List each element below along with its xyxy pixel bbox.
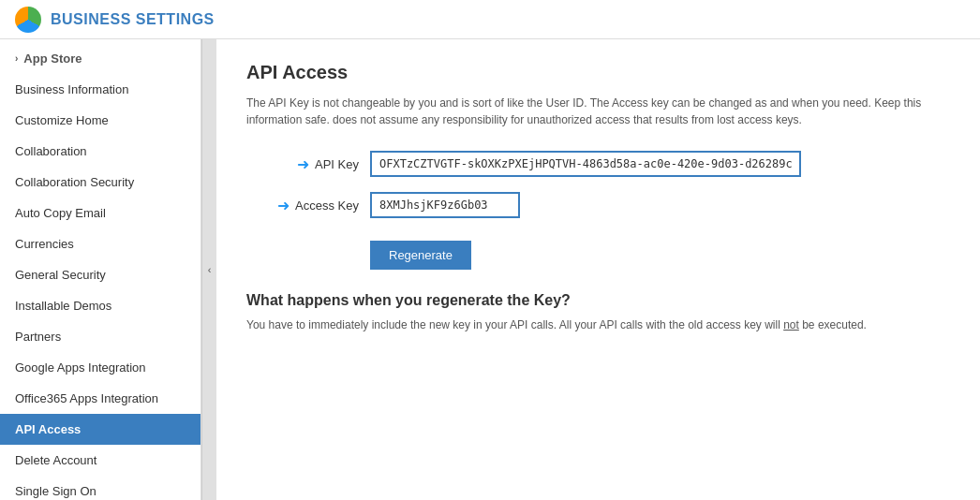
regenerate-button[interactable]: Regenerate bbox=[370, 241, 471, 270]
regen-description-not: not bbox=[783, 318, 799, 331]
sidebar-item-label: App Store bbox=[23, 51, 82, 66]
sidebar-item-single-sign-on[interactable]: Single Sign On bbox=[0, 476, 200, 500]
sidebar-item-installable-demos[interactable]: Installable Demos bbox=[0, 290, 200, 321]
regen-section-title: What happens when you regenerate the Key… bbox=[246, 292, 950, 309]
sidebar-toggle-button[interactable]: ‹ bbox=[201, 39, 216, 500]
api-key-arrow-icon: ➜ bbox=[297, 155, 309, 173]
sidebar-item-label: Auto Copy Email bbox=[15, 206, 106, 220]
api-fields-section: ➜ API Key ➜ Access Key bbox=[246, 151, 950, 218]
access-key-label: Access Key bbox=[295, 199, 359, 213]
sidebar-item-label: Office365 Apps Integration bbox=[15, 391, 158, 405]
regen-description: You have to immediately include the new … bbox=[246, 316, 902, 333]
regen-description-part2: be executed. bbox=[799, 318, 867, 331]
api-key-label: API Key bbox=[315, 157, 359, 171]
collapse-icon: ‹ bbox=[208, 264, 212, 275]
sidebar-item-auto-copy-email[interactable]: Auto Copy Email bbox=[0, 198, 200, 228]
regen-description-part1: You have to immediately include the new … bbox=[246, 318, 783, 331]
sidebar-item-app-store[interactable]: › App Store bbox=[0, 43, 200, 74]
sidebar-item-label: Single Sign On bbox=[15, 484, 97, 498]
sidebar-item-business-information[interactable]: Business Information bbox=[0, 74, 200, 105]
sidebar-item-label: API Access bbox=[15, 422, 81, 436]
access-key-label-area: ➜ Access Key bbox=[246, 197, 359, 214]
sidebar-item-label: Collaboration bbox=[15, 144, 87, 158]
sidebar-item-collaboration-security[interactable]: Collaboration Security bbox=[0, 167, 200, 198]
chevron-right-icon: › bbox=[15, 53, 18, 64]
access-key-row: ➜ Access Key bbox=[246, 192, 950, 218]
sidebar-item-label: Customize Home bbox=[15, 113, 109, 127]
api-key-label-area: ➜ API Key bbox=[246, 155, 359, 173]
sidebar-item-api-access[interactable]: API Access bbox=[0, 414, 200, 445]
sidebar-item-label: Installable Demos bbox=[15, 299, 111, 313]
page-title: API Access bbox=[246, 62, 950, 83]
sidebar-item-label: Business Information bbox=[15, 82, 128, 96]
sidebar-item-label: Delete Account bbox=[15, 453, 97, 467]
header-title: BUSINESS SETTINGS bbox=[51, 11, 215, 28]
sidebar-item-label: Google Apps Integration bbox=[15, 360, 146, 375]
access-key-input[interactable] bbox=[370, 192, 520, 218]
api-key-row: ➜ API Key bbox=[246, 151, 950, 177]
api-key-input[interactable] bbox=[370, 151, 801, 177]
sidebar-item-google-apps-integration[interactable]: Google Apps Integration bbox=[0, 352, 200, 383]
access-key-arrow-icon: ➜ bbox=[277, 197, 290, 214]
sidebar-item-collaboration[interactable]: Collaboration bbox=[0, 136, 200, 167]
sidebar-item-currencies[interactable]: Currencies bbox=[0, 228, 200, 259]
sidebar-item-label: Collaboration Security bbox=[15, 175, 134, 189]
sidebar-item-office365-apps-integration[interactable]: Office365 Apps Integration bbox=[0, 383, 200, 414]
sidebar-item-label: Currencies bbox=[15, 237, 74, 251]
main-content: API Access The API Key is not changeable… bbox=[216, 39, 980, 500]
sidebar-item-customize-home[interactable]: Customize Home bbox=[0, 105, 200, 136]
api-description: The API Key is not changeable by you and… bbox=[246, 95, 950, 128]
sidebar-item-label: General Security bbox=[15, 268, 106, 282]
layout: › App Store Business Information Customi… bbox=[0, 39, 980, 500]
header: BUSINESS SETTINGS bbox=[0, 0, 980, 39]
sidebar-item-delete-account[interactable]: Delete Account bbox=[0, 445, 200, 476]
sidebar-item-general-security[interactable]: General Security bbox=[0, 259, 200, 290]
sidebar-item-partners[interactable]: Partners bbox=[0, 321, 200, 352]
sidebar: › App Store Business Information Customi… bbox=[0, 39, 201, 500]
sidebar-item-label: Partners bbox=[15, 330, 61, 344]
header-logo bbox=[15, 7, 41, 33]
